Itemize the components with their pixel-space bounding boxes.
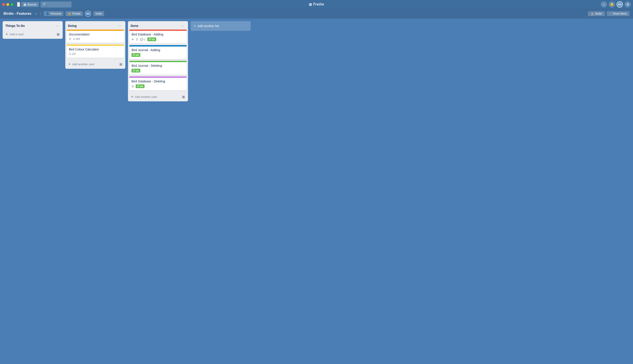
list-title-done: Done xyxy=(131,24,138,28)
list-done: Done ··· Bird Database - Adding 👁 ☰ 💬 1 xyxy=(128,21,188,101)
search-bar[interactable]: 🔍 xyxy=(41,2,72,8)
list-title-doing: Doing xyxy=(68,24,77,28)
add-card-button-things-to-do[interactable]: + Add a card ▦ xyxy=(4,31,61,38)
list-footer-done: + Add another card ▦ xyxy=(128,92,188,101)
check-icon: ☑ xyxy=(133,69,135,72)
card-title: Documentation xyxy=(69,32,122,36)
titlebar-right: + 🔔 WE ⚙ xyxy=(601,1,631,8)
board-header: Birdie - Features ☆ 👤 Personal 🔒 Private… xyxy=(0,9,633,18)
boards-icon: ▦ xyxy=(24,3,26,6)
comment-count: 1 xyxy=(144,38,146,41)
board-content: Things To Do ··· + Add a card ▦ Doing ··… xyxy=(0,18,633,364)
description-icon: ☰ xyxy=(136,38,138,41)
board-member-avatar[interactable]: WE xyxy=(85,10,91,17)
check-icon: ☑ xyxy=(137,85,139,88)
trello-wordmark: Trello xyxy=(313,2,324,6)
checklist-badge-complete: ☑ 5/5 xyxy=(131,53,140,57)
add-list-label: Add another list xyxy=(197,24,219,28)
list-footer-things-to-do: + Add a card ▦ xyxy=(3,30,63,39)
plus-icon: + xyxy=(6,32,8,36)
card-documentation[interactable]: Documentation ☰ ☑ 8/9 xyxy=(67,30,124,43)
create-button[interactable]: + xyxy=(601,1,607,8)
ellipsis-icon: ··· xyxy=(609,12,611,15)
checklist-count: 8/9 xyxy=(76,38,80,40)
card-meta: ☰ ☑ 8/9 xyxy=(69,38,122,40)
card-body: Bird Database - Adding 👁 ☰ 💬 1 ☑ 5/5 xyxy=(129,31,187,44)
card-title: Bird Database - Adding xyxy=(131,32,184,36)
checklist-count: 5/5 xyxy=(152,38,155,41)
privacy-label: Private xyxy=(72,12,81,15)
user-avatar[interactable]: WE xyxy=(617,1,623,8)
home-button[interactable]: ⌂ xyxy=(17,2,20,7)
maximize-button[interactable] xyxy=(11,3,14,6)
card-title: Bird Journal - Deleting xyxy=(131,64,184,68)
add-card-button-doing[interactable]: + Add another card ▦ xyxy=(67,61,124,68)
star-button[interactable]: ☆ xyxy=(35,12,37,16)
card-body: Bird Journal - Adding ☑ 5/5 xyxy=(129,46,187,59)
card-meta: ☰ ☑ 5/5 xyxy=(131,84,184,88)
butler-button[interactable]: 🤖 Butler xyxy=(588,11,605,16)
close-button[interactable] xyxy=(2,3,5,6)
search-input[interactable] xyxy=(48,3,69,6)
trello-icon: ⊞ xyxy=(309,2,312,6)
list-menu-button-things-to-do[interactable]: ··· xyxy=(55,23,60,28)
checklist-badge-complete: ☑ 5/5 xyxy=(136,84,144,88)
add-card-label: Add another card xyxy=(72,62,94,66)
add-card-label: Add a card xyxy=(10,32,23,36)
trello-logo: ⊞ Trello xyxy=(309,2,324,6)
settings-button[interactable]: ⚙ xyxy=(625,1,631,8)
visibility-label: Personal xyxy=(51,12,61,15)
checklist-count: 5/5 xyxy=(136,70,139,72)
check-icon: ☑ xyxy=(133,54,135,56)
card-meta: ☑ 5/5 xyxy=(131,53,184,57)
list-header-done: Done ··· xyxy=(128,21,188,30)
plus-icon: + xyxy=(68,62,70,66)
list-doing: Doing ··· Documentation ☰ ☑ 8/9 xyxy=(65,21,125,69)
card-template-icon: ▦ xyxy=(119,62,122,66)
notifications-button[interactable]: 🔔 xyxy=(609,1,615,8)
person-icon: 👤 xyxy=(46,12,49,15)
card-meta: ☑ 5/5 xyxy=(131,69,184,72)
card-meta: 👁 ☰ 💬 1 ☑ 5/5 xyxy=(131,38,184,41)
visibility-button[interactable]: 👤 Personal xyxy=(44,11,63,16)
add-card-button-done[interactable]: + Add another card ▦ xyxy=(129,94,187,100)
checklist-icon: ☑ xyxy=(69,52,71,56)
divider xyxy=(40,12,41,16)
show-menu-button[interactable]: ··· Show Menu xyxy=(607,11,629,16)
checklist-icon: ☑ xyxy=(73,38,75,40)
check-icon: ☑ xyxy=(149,38,151,41)
butler-icon: 🤖 xyxy=(591,12,594,15)
checklist-count: 5/5 xyxy=(140,85,143,88)
privacy-button[interactable]: 🔒 Private xyxy=(66,11,83,16)
checklist-badge-complete: ☑ 5/5 xyxy=(131,69,140,72)
list-menu-button-doing[interactable]: ··· xyxy=(117,23,123,28)
description-icon: ☰ xyxy=(131,85,134,88)
boards-button[interactable]: ▦ Boards xyxy=(22,2,39,7)
card-bird-journal-adding[interactable]: Bird Journal - Adding ☑ 5/5 xyxy=(129,45,187,59)
add-list-button[interactable]: + Add another list xyxy=(191,21,251,31)
list-cards-done: Bird Database - Adding 👁 ☰ 💬 1 ☑ 5/5 xyxy=(128,30,188,92)
add-card-label: Add another card xyxy=(135,95,157,98)
board-header-right: 🤖 Butler ··· Show Menu xyxy=(588,11,629,16)
invite-label: Invite xyxy=(96,12,102,15)
butler-label: Butler xyxy=(595,12,602,15)
list-header-things-to-do: Things To Do ··· xyxy=(3,21,63,30)
card-bird-database-adding[interactable]: Bird Database - Adding 👁 ☰ 💬 1 ☑ 5/5 xyxy=(129,30,187,44)
checklist-badge-complete: ☑ 5/5 xyxy=(147,38,156,41)
titlebar: ⌂ ▦ Boards 🔍 ⊞ Trello + 🔔 WE ⚙ xyxy=(0,0,633,9)
card-title: Bird Journal - Adding xyxy=(131,48,184,52)
list-footer-doing: + Add another card ▦ xyxy=(65,60,125,69)
list-menu-button-done[interactable]: ··· xyxy=(180,23,185,28)
card-body: Documentation ☰ ☑ 8/9 xyxy=(67,31,124,43)
comment-icon: 💬 xyxy=(140,38,143,41)
card-body: Bird Database - Deleting ☰ ☑ 5/5 xyxy=(129,78,187,90)
invite-button[interactable]: Invite xyxy=(93,11,104,16)
card-bird-journal-deleting[interactable]: Bird Journal - Deleting ☑ 5/5 xyxy=(129,61,187,75)
card-bird-database-deleting[interactable]: Bird Database - Deleting ☰ ☑ 5/5 ✏ xyxy=(129,76,187,90)
eye-icon: 👁 xyxy=(131,38,134,41)
minimize-button[interactable] xyxy=(7,3,9,6)
card-body: Bird Colour Calculator ☑ 2/4 xyxy=(67,46,124,58)
card-bird-colour-calculator[interactable]: Bird Colour Calculator ☑ 2/4 xyxy=(67,44,124,58)
list-things-to-do: Things To Do ··· + Add a card ▦ xyxy=(3,21,63,39)
plus-icon: + xyxy=(131,95,133,99)
